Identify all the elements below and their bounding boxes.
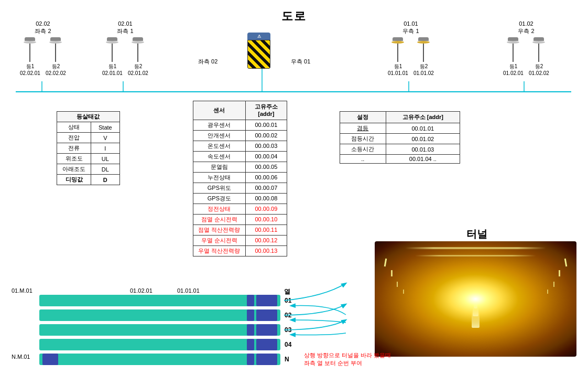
addr-row-2: 00.00.03 — [245, 141, 287, 151]
config-row-3-name: .. — [340, 155, 386, 164]
lamp-group-label: 01.01우측 1 — [388, 20, 434, 35]
lamp-label-020202: 등202.02.02 — [46, 63, 66, 76]
addr-row-7: 00.00.08 — [245, 193, 287, 204]
lamp-label-010101: 등101.01.01 — [388, 63, 408, 76]
row-value-voltage: V — [91, 133, 120, 143]
addr-col-header: 고유주소[addr] — [245, 101, 287, 120]
lamp-group-0201: 02.01좌측 1 등102.01.01 등202.01.02 — [102, 20, 148, 76]
sensor-row-0: 광우센서 — [193, 120, 246, 130]
row-value-lower-lux: DL — [91, 164, 120, 175]
lamp-label-020101: 등102.01.01 — [102, 63, 123, 76]
row-label-upper-lux: 위조도 — [57, 154, 91, 164]
tunnel-image — [375, 241, 576, 357]
config-col1-header: 설정 — [340, 112, 386, 123]
addr-row-3: 00.00.04 — [245, 151, 287, 162]
lamp-group-label: 01.02우측 2 — [503, 20, 549, 35]
bar-number-04: 04 — [285, 341, 291, 348]
lamp-group-0102: 01.02우측 2 등101.02.01 등201.02.02 — [503, 20, 549, 76]
row-label-lower-lux: 아래조도 — [57, 164, 91, 175]
config-table: 설정 고유주소 [addr] 겸등 00.01.01 점등시간 00.01.02… — [340, 111, 460, 164]
sensor-row-12: 우멸 적산전력량 — [193, 245, 246, 256]
sensor-row-10: 점멸 적산전력량 — [193, 224, 246, 235]
annotation-line1: 상행 방향으로 터널을 바라 봤을때 — [304, 351, 391, 359]
sensor-row-5: 누전상태 — [193, 172, 246, 183]
lane-label-left02: 좌측 02 — [198, 58, 217, 66]
sensor-col-header: 센서 — [193, 101, 246, 120]
bar-number-n: N — [285, 356, 289, 363]
sensor-table: 센서 고유주소[addr] 광우센서00.00.01 안개센서00.00.02 … — [193, 101, 287, 256]
row-value-dimming: D — [91, 175, 120, 185]
lamp-group-0101: 01.01우측 1 등101.01.01 등201.01.02 — [388, 20, 434, 76]
sensor-row-6: GPS위도 — [193, 183, 246, 193]
row-value-state: State — [91, 122, 120, 133]
addr-row-4: 00.00.05 — [245, 162, 287, 172]
bar-row-n: N — [39, 354, 289, 365]
annotation-line2: 좌측 열 보터 순번 부여 — [304, 359, 362, 367]
sensor-row-1: 안개센서 — [193, 130, 246, 141]
addr-row-11: 00.00.12 — [245, 235, 287, 245]
sensor-row-9: 점멸 순시전력 — [193, 214, 246, 224]
addr-row-10: 00.00.11 — [245, 224, 287, 235]
config-row-0-name: 겸등 — [340, 123, 386, 134]
row-label-voltage: 전압 — [57, 133, 91, 143]
bar-number-01: 01 — [285, 297, 291, 304]
bar-row-04: 04 — [39, 339, 291, 350]
bar-row-01: 01 — [39, 295, 291, 306]
lamp-label-010201: 등101.02.01 — [503, 63, 524, 76]
lamp-label-020102: 등202.01.02 — [128, 63, 148, 76]
lamp-group-label: 02.01좌측 1 — [102, 20, 148, 35]
row-value-upper-lux: UL — [91, 154, 120, 164]
barrier: ⚠ — [247, 33, 270, 69]
row-label-current: 전류 — [57, 143, 91, 154]
addr-row-6: 00.00.07 — [245, 183, 287, 193]
config-row-2-addr: 00.01.03 — [386, 144, 460, 155]
bar-header-mid2: 01.01.01 — [177, 287, 200, 294]
row-value-current: I — [91, 143, 120, 154]
addr-row-1: 00.00.02 — [245, 130, 287, 141]
addr-row-12: 00.00.13 — [245, 245, 287, 256]
bar-header-left: 01.M.01 — [12, 287, 32, 294]
addr-row-0: 00.00.01 — [245, 120, 287, 130]
addr-row-8: 00.00.09 — [245, 204, 287, 214]
lamp-label-020201: 등102.02.01 — [20, 63, 40, 76]
lamp-label-010102: 등201.01.02 — [413, 63, 434, 76]
sensor-row-3: 속도센서 — [193, 151, 246, 162]
bar-row-02: 02 — [39, 309, 291, 321]
normal-value-table: 등살태값 상태 State 전압 V 전류 I 위조도 UL 아래조도 DL — [57, 111, 120, 185]
bar-number-03: 03 — [285, 326, 291, 334]
sensor-row-11: 우멸 순시전력 — [193, 235, 246, 245]
sensor-row-7: GPS경도 — [193, 193, 246, 204]
bar-row-03: 03 — [39, 324, 291, 336]
normal-table-title: 등살태값 — [57, 112, 120, 122]
page-title: 도로 — [0, 4, 588, 24]
addr-row-5: 00.00.06 — [245, 172, 287, 183]
bar-number-02: 02 — [285, 312, 291, 319]
sensor-row-8: 정전상태 — [193, 204, 246, 214]
config-row-3-addr: 00.01.04 .. — [386, 155, 460, 164]
bar-label-n: N.M.01 — [12, 354, 30, 360]
tunnel-title: 터널 — [377, 227, 576, 241]
lamp-group-label: 02.02좌측 2 — [20, 20, 66, 35]
sensor-row-2: 온도센서 — [193, 141, 246, 151]
lane-label-right01: 우측 01 — [291, 58, 310, 66]
lamp-group-0202: 02.02좌측 2 등102.02.01 등202.02.02 — [20, 20, 66, 76]
config-row-1-addr: 00.01.02 — [386, 134, 460, 144]
sensor-row-4: 문열림 — [193, 162, 246, 172]
config-row-0-addr: 00.01.01 — [386, 123, 460, 134]
config-row-2-name: 소등시간 — [340, 144, 386, 155]
config-row-1-name: 점등시간 — [340, 134, 386, 144]
bar-header-mid1: 01.02.01 — [130, 287, 153, 294]
row-label-state: 상태 — [57, 122, 91, 133]
addr-row-9: 00.00.10 — [245, 214, 287, 224]
row-label-dimming: 디밍값 — [57, 175, 91, 185]
lamp-label-010202: 등201.02.02 — [529, 63, 549, 76]
config-col2-header: 고유주소 [addr] — [386, 112, 460, 123]
